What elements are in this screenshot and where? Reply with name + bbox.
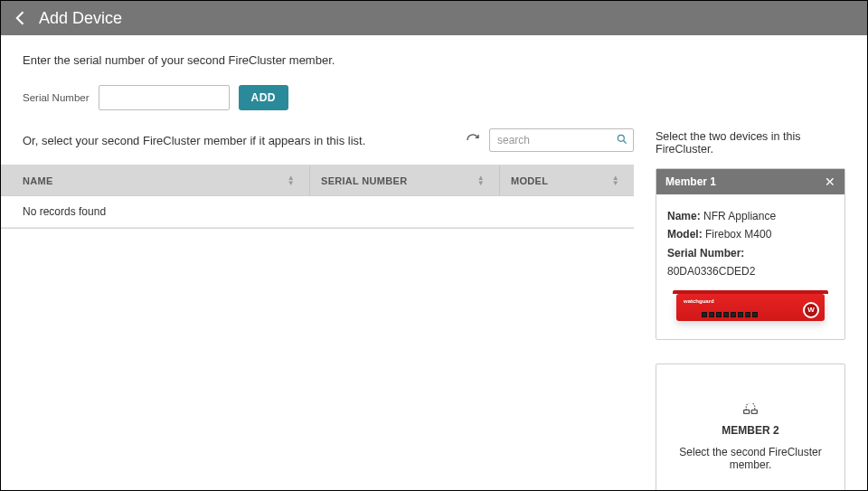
content-area: Enter the serial number of your second F…: [1, 35, 867, 491]
device-ports: [702, 312, 758, 317]
column-label: SERIAL NUMBER: [321, 175, 407, 186]
member1-card: Member 1 ✕ Name: NFR Appliance Model: Fi…: [656, 168, 845, 340]
sort-icon: ▲▼: [477, 175, 485, 186]
back-chevron-icon[interactable]: [12, 9, 30, 27]
brand-logo-icon: W: [803, 302, 819, 318]
column-label: MODEL: [511, 175, 548, 186]
close-icon[interactable]: ✕: [825, 175, 835, 188]
device-image: watchguard W: [667, 288, 834, 330]
member1-model-value: Firebox M400: [705, 228, 771, 241]
member1-serial-value: 80DA0336CDED2: [667, 265, 755, 278]
serial-number-label: Serial Number: [23, 92, 90, 103]
firebox-illustration: watchguard W: [676, 294, 825, 321]
member2-title: MEMBER 2: [667, 424, 834, 437]
device-brand-label: watchguard: [684, 297, 714, 306]
member2-text: Select the second FireCluster member.: [667, 446, 834, 471]
or-select-text: Or, select your second FireCluster membe…: [23, 134, 455, 147]
column-header-name[interactable]: NAME ▲▼: [1, 165, 310, 195]
sort-icon: ▲▼: [288, 175, 295, 186]
svg-rect-2: [744, 410, 750, 413]
svg-rect-3: [751, 410, 757, 413]
member1-name-row: Name: NFR Appliance: [667, 207, 834, 225]
device-pair-icon: [667, 402, 834, 417]
member1-name-value: NFR Appliance: [703, 210, 776, 222]
serial-entry-row: Serial Number ADD: [23, 85, 845, 110]
device-table: NAME ▲▼ SERIAL NUMBER ▲▼ MODEL ▲▼ No rec…: [1, 165, 634, 229]
column-label: NAME: [23, 175, 53, 186]
member1-model-row: Model: Firebox M400: [667, 225, 834, 243]
serial-number-input[interactable]: [99, 85, 230, 110]
column-header-model[interactable]: MODEL ▲▼: [500, 165, 634, 195]
right-instruction-text: Select the two devices in this FireClust…: [656, 130, 845, 156]
page-header: Add Device: [1, 1, 867, 35]
search-input[interactable]: [489, 128, 634, 152]
table-header-row: NAME ▲▼ SERIAL NUMBER ▲▼ MODEL ▲▼: [1, 165, 634, 196]
table-empty-row: No records found: [1, 196, 634, 228]
member1-name-label: Name:: [667, 210, 701, 222]
member2-card[interactable]: MEMBER 2 Select the second FireCluster m…: [656, 364, 845, 491]
instruction-text: Enter the serial number of your second F…: [23, 53, 845, 67]
member1-header-label: Member 1: [665, 175, 716, 188]
selected-members-panel: Select the two devices in this FireClust…: [656, 128, 845, 491]
refresh-icon[interactable]: [466, 133, 480, 147]
member1-serial-label: Serial Number:: [667, 247, 744, 260]
member1-serial-row: Serial Number: 80DA0336CDED2: [667, 244, 834, 281]
search-wrap: [489, 128, 634, 152]
member1-body: Name: NFR Appliance Model: Firebox M400 …: [656, 194, 844, 339]
device-list-panel: Or, select your second FireCluster membe…: [23, 128, 634, 229]
member1-header: Member 1 ✕: [656, 169, 844, 194]
sort-icon: ▲▼: [612, 175, 619, 186]
page-title: Add Device: [39, 9, 122, 28]
member1-model-label: Model:: [667, 228, 703, 241]
add-button[interactable]: ADD: [239, 85, 289, 110]
column-header-serial[interactable]: SERIAL NUMBER ▲▼: [310, 165, 500, 195]
